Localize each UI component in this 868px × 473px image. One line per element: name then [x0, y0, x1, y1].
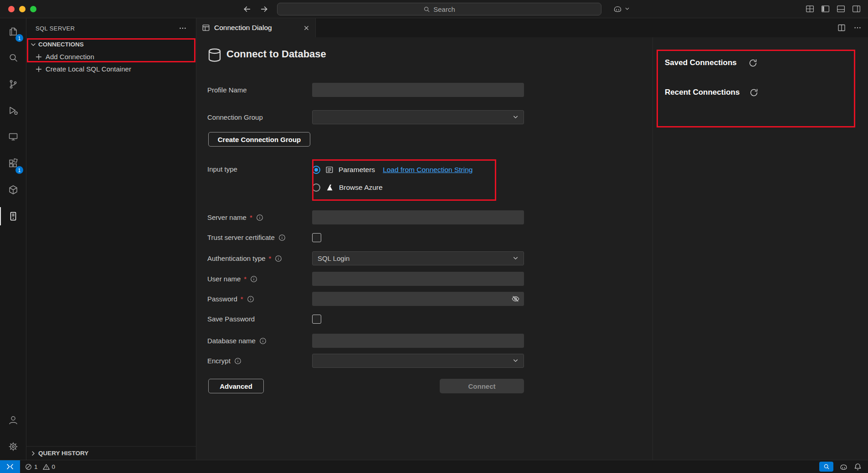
advanced-button[interactable]: Advanced	[208, 379, 264, 393]
password-input[interactable]	[312, 292, 524, 306]
search-placeholder: Search	[433, 5, 455, 13]
save-password-label: Save Password	[207, 312, 311, 326]
query-history-label: QUERY HISTORY	[38, 450, 88, 457]
info-icon[interactable]	[234, 357, 241, 365]
browse-azure-label[interactable]: Browse Azure	[339, 183, 383, 192]
problems-status[interactable]: 1 0	[25, 463, 55, 470]
parameters-label[interactable]: Parameters	[339, 166, 375, 174]
connection-group-select[interactable]	[312, 110, 524, 124]
user-name-input[interactable]	[312, 272, 524, 286]
azure-icon	[325, 183, 334, 192]
load-connection-string-link[interactable]: Load from Connection String	[383, 166, 473, 174]
warning-icon	[43, 463, 50, 470]
copilot-status-icon[interactable]	[839, 463, 848, 471]
add-connection-item[interactable]: Add Connection	[26, 51, 196, 63]
copilot-icon	[613, 4, 622, 14]
tab-bar: Connection Dialog	[196, 18, 868, 37]
create-local-sql-container-item[interactable]: Create Local SQL Container	[26, 63, 196, 75]
info-icon[interactable]	[256, 214, 263, 221]
save-password-checkbox[interactable]	[312, 315, 321, 324]
activity-sql-server[interactable]	[0, 203, 26, 229]
create-connection-group-button[interactable]: Create Connection Group	[208, 132, 310, 147]
recent-connections-title: Recent Connections	[665, 88, 740, 97]
window-controls	[8, 6, 36, 12]
extensions-badge: 1	[15, 166, 23, 174]
radio-unselected[interactable]	[312, 183, 320, 192]
activity-extensions[interactable]: 1	[0, 150, 26, 177]
container-cube-icon	[8, 184, 19, 195]
error-icon	[25, 463, 32, 470]
encrypt-select[interactable]	[312, 354, 524, 368]
info-icon[interactable]	[247, 295, 254, 303]
encrypt-label: Encrypt	[207, 354, 311, 368]
info-icon[interactable]	[259, 337, 267, 345]
database-name-input[interactable]	[312, 334, 524, 348]
activity-remote-explorer[interactable]	[0, 124, 26, 150]
customize-layout-icon[interactable]	[805, 4, 815, 14]
refresh-icon[interactable]	[749, 59, 757, 67]
trust-server-certificate-checkbox[interactable]	[312, 233, 321, 242]
connection-group-label: Connection Group	[207, 110, 311, 124]
info-icon[interactable]	[278, 234, 286, 241]
info-icon[interactable]	[250, 275, 257, 283]
query-history-section-header[interactable]: QUERY HISTORY	[26, 446, 196, 460]
toggle-sidebar-icon[interactable]	[821, 4, 830, 14]
copilot-menu[interactable]	[613, 4, 630, 14]
remote-explorer-icon	[8, 132, 19, 142]
activity-search[interactable]	[0, 45, 26, 71]
toggle-panel-icon[interactable]	[836, 4, 846, 14]
zoom-status-item[interactable]	[819, 462, 833, 472]
activity-accounts[interactable]	[0, 407, 26, 433]
connection-dialog-icon	[202, 24, 210, 32]
notifications-bell-icon[interactable]	[854, 463, 862, 471]
authentication-type-select[interactable]: SQL Login	[312, 251, 524, 265]
activity-source-control[interactable]	[0, 71, 26, 97]
remote-indicator[interactable]	[0, 460, 20, 473]
trust-server-certificate-label: Trust server certificate	[207, 230, 311, 244]
chevron-down-icon	[513, 358, 519, 364]
refresh-icon[interactable]	[750, 88, 758, 97]
split-editor-icon[interactable]	[837, 23, 846, 32]
tab-connection-dialog[interactable]: Connection Dialog	[196, 18, 316, 37]
activity-run-debug[interactable]	[0, 97, 26, 124]
tab-label: Connection Dialog	[214, 24, 299, 32]
activity-containers[interactable]	[0, 177, 26, 203]
radio-selected[interactable]	[312, 166, 320, 174]
editor-group: Connection Dialog Connect to Database Pr…	[196, 18, 868, 460]
sql-server-icon	[8, 211, 19, 222]
minimize-window-button[interactable]	[19, 6, 26, 12]
connections-section-label: CONNECTIONS	[38, 41, 84, 48]
info-icon[interactable]	[275, 255, 282, 262]
chevron-down-icon	[513, 114, 519, 120]
close-tab-icon[interactable]	[303, 25, 310, 31]
activity-settings[interactable]	[0, 433, 26, 460]
forward-icon[interactable]	[260, 5, 269, 14]
more-actions-icon[interactable]	[853, 24, 862, 32]
remote-icon	[6, 463, 14, 470]
connect-button[interactable]: Connect	[440, 379, 524, 393]
maximize-window-button[interactable]	[30, 6, 36, 12]
profile-name-input[interactable]	[312, 83, 524, 97]
explorer-badge: 1	[15, 34, 23, 42]
close-window-button[interactable]	[8, 6, 15, 12]
activity-explorer[interactable]: 1	[0, 18, 26, 45]
create-local-sql-container-label: Create Local SQL Container	[46, 65, 131, 73]
activity-bar: 1 1	[0, 18, 26, 460]
saved-connections-title: Saved Connections	[665, 58, 737, 67]
sidebar-title: SQL SERVER	[36, 25, 179, 32]
connections-section-header[interactable]: CONNECTIONS	[26, 38, 196, 51]
connections-side-panel: Saved Connections Recent Connections	[652, 37, 868, 460]
back-icon[interactable]	[242, 5, 252, 14]
titlebar: Search	[0, 0, 868, 18]
server-name-input[interactable]	[312, 210, 524, 224]
status-bar: 1 0	[0, 460, 868, 473]
magnifier-icon	[823, 463, 830, 470]
plus-icon	[35, 53, 42, 61]
layout-controls	[805, 4, 861, 14]
more-actions-icon[interactable]	[179, 24, 187, 32]
connection-dialog-content: Connect to Database Profile Name Connect…	[196, 37, 868, 460]
eye-off-icon[interactable]	[511, 295, 520, 303]
toggle-secondary-sidebar-icon[interactable]	[852, 4, 861, 14]
password-label: Password*	[207, 292, 311, 306]
command-center-search[interactable]: Search	[277, 3, 601, 15]
